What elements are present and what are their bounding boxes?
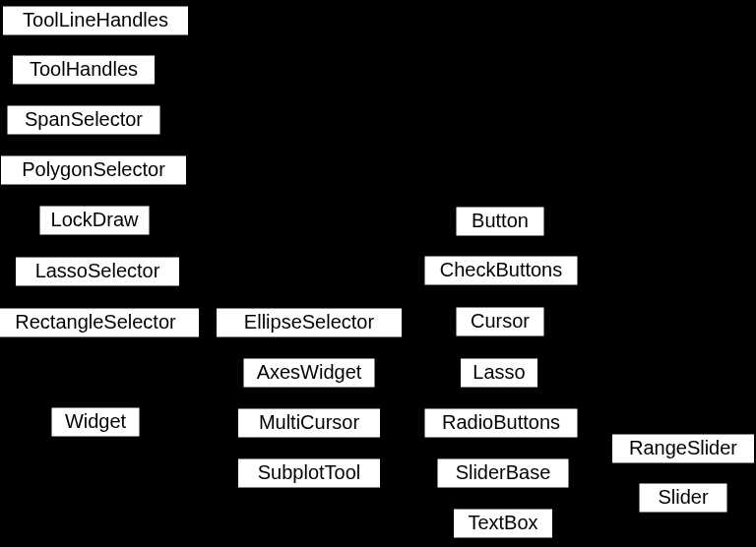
class-node-label: MultiCursor <box>259 411 360 433</box>
class-node-SpanSelector[interactable]: SpanSelector <box>7 105 160 135</box>
class-node-ToolLineHandles[interactable]: ToolLineHandles <box>3 6 189 35</box>
class-node-label: ToolHandles <box>30 58 138 80</box>
edge-SliderBase-RangeSlider <box>569 458 612 464</box>
class-node-RadioButtons[interactable]: RadioButtons <box>424 408 578 438</box>
nodes-layer: ToolLineHandlesToolHandlesSpanSelectorPo… <box>0 6 755 538</box>
class-node-label: Cursor <box>471 310 530 332</box>
class-diagram: ToolLineHandlesToolHandlesSpanSelectorPo… <box>0 0 756 547</box>
class-node-label: CheckButtons <box>440 259 563 280</box>
class-node-label: SpanSelector <box>25 108 143 130</box>
class-node-PolygonSelector[interactable]: PolygonSelector <box>1 155 187 185</box>
class-node-label: Lasso <box>472 361 525 383</box>
class-node-label: RadioButtons <box>442 411 560 433</box>
edge-Widget-SubplotTool <box>140 433 247 458</box>
class-node-label: ToolLineHandles <box>23 9 168 30</box>
class-node-label: TextBox <box>468 512 537 533</box>
class-node-SliderBase[interactable]: SliderBase <box>437 458 569 488</box>
class-node-label: RectangleSelector <box>15 311 176 333</box>
edge-AxesWidget-RadioButtons <box>365 388 444 408</box>
class-node-Slider[interactable]: Slider <box>639 483 727 513</box>
class-node-label: PolygonSelector <box>22 158 165 180</box>
class-node-MultiCursor[interactable]: MultiCursor <box>238 408 381 438</box>
class-node-label: SliderBase <box>456 461 551 483</box>
class-node-RectangleSelector[interactable]: RectangleSelector <box>0 308 200 337</box>
class-node-label: RangeSlider <box>629 437 737 458</box>
class-node-label: LockDraw <box>51 209 139 230</box>
edge-AxesWidget-Button <box>328 236 481 358</box>
class-node-label: EllipseSelector <box>244 311 375 333</box>
class-node-label: LassoSelector <box>35 260 160 281</box>
class-node-LassoSelector[interactable]: LassoSelector <box>16 257 180 286</box>
class-node-label: Widget <box>65 410 127 432</box>
class-node-label: Button <box>472 210 529 231</box>
class-node-RangeSlider[interactable]: RangeSlider <box>612 434 755 463</box>
class-node-AxesWidget[interactable]: AxesWidget <box>243 358 375 388</box>
edge-AxesWidget-TextBox <box>328 388 483 509</box>
edge-Widget-AxesWidget <box>140 388 245 412</box>
class-node-Lasso[interactable]: Lasso <box>461 358 538 388</box>
class-node-Cursor[interactable]: Cursor <box>456 307 544 336</box>
class-node-ToolHandles[interactable]: ToolHandles <box>13 55 156 85</box>
class-node-CheckButtons[interactable]: CheckButtons <box>424 256 578 285</box>
class-node-LockDraw[interactable]: LockDraw <box>39 206 150 235</box>
class-node-TextBox[interactable]: TextBox <box>454 509 553 538</box>
class-node-label: Slider <box>658 486 708 508</box>
class-node-SubplotTool[interactable]: SubplotTool <box>238 458 381 488</box>
class-node-EllipseSelector[interactable]: EllipseSelector <box>217 308 403 337</box>
edge-Widget-MultiCursor <box>140 422 238 423</box>
class-node-label: SubplotTool <box>258 461 361 483</box>
class-node-Widget[interactable]: Widget <box>51 407 140 437</box>
class-node-label: AxesWidget <box>257 361 362 383</box>
class-node-Button[interactable]: Button <box>456 207 544 236</box>
edge-SliderBase-Slider <box>569 482 639 492</box>
